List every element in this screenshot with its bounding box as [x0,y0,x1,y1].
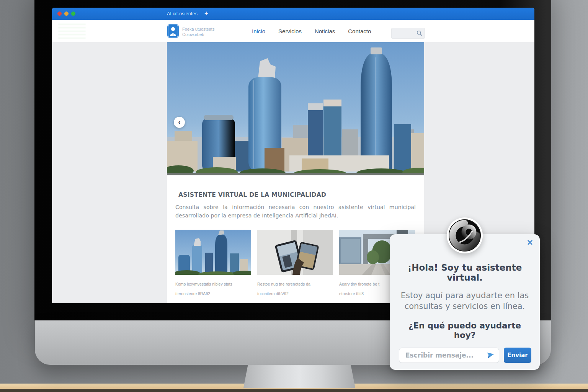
nav-item-contacto[interactable]: Contacto [348,28,371,34]
assistant-logo [447,217,483,253]
card-caption: Komp lexymvestatis nibiey stats tteronst… [175,279,251,298]
monitor-stand [243,365,355,388]
card-tablets-image [257,230,333,275]
nav-item-inicio[interactable]: Inicio [252,28,265,34]
card-city[interactable]: Komp lexymvestatis nibiey stats tteronst… [175,230,251,298]
desk-edge [0,389,588,392]
site-logo-line2: Coiow.irbeb [182,32,204,37]
assistant-section: ASISTENTE VIRTUAL DE LA MUNICIPALIDAD Co… [167,191,424,299]
traffic-lights [57,11,75,16]
search-icon [416,30,422,36]
chat-input-row: Enviar [399,348,531,363]
header-ghost-artifact [58,24,86,39]
card-caption-line1: Restoe nug tne rerenoteds da [257,282,310,286]
chat-widget: × ¡Hola! Soy tu asistente virtual. Estoy… [390,234,540,370]
card-row: Komp lexymvestatis nibiey stats tteronst… [175,230,416,298]
carousel-prev-button[interactable]: ‹ [174,117,185,128]
minimize-window-button[interactable] [64,11,69,16]
assistant-question: ¿En qué puedo ayudarte hoy? [397,321,533,340]
close-icon[interactable]: × [527,237,533,247]
card-caption: Restoe nug tne rerenoteds da toccnitern … [257,279,333,298]
assistant-greeting: ¡Hola! Soy tu asistente virtual. [397,263,533,283]
search-input[interactable] [393,29,417,38]
card-caption-line1: Komp lexymvestatis nibiey stats [175,282,232,286]
nav-item-noticias[interactable]: Noticias [315,28,335,34]
chevron-left-icon: ‹ [178,118,181,126]
municipality-logo-icon [167,24,179,39]
card-caption-line2: etrostore tftit3 [339,291,364,296]
nav-item-servicios[interactable]: Servicios [278,28,302,34]
zoom-window-button[interactable] [71,11,75,16]
assistant-message: Estoy aquí para ayudarte en las consulta… [397,290,533,312]
hero-carousel: ‹ [167,42,424,175]
content-column: ‹ ASISTENTE VIRTUAL DE LA MUNICIPALIDAD … [167,42,424,303]
send-button[interactable]: Enviar [504,348,531,363]
main-navigation: Inicio Servicios Noticias Contacto [252,20,371,42]
card-caption-line2: tteronsteore 8RA92 [175,291,210,296]
chat-messages: ¡Hola! Soy tu asistente virtual. Estoy a… [397,263,533,340]
search-box[interactable] [391,28,425,39]
card-caption-line1: Aeary tiny tironete be t [339,282,379,286]
chat-message-input[interactable] [399,348,499,363]
card-city-image [175,230,251,275]
site-logo[interactable]: Foeka utuosteats Coiow.irbeb [167,24,214,39]
card-caption-line2: toccnitern dthV92 [257,291,289,296]
card-tablets[interactable]: Restoe nug tne rerenoteds da toccnitern … [257,230,333,298]
section-body: Consulta sobre la información necesaria … [175,203,416,220]
section-heading: ASISTENTE VIRTUAL DE LA MUNICIPALIDAD [175,191,416,198]
site-logo-text: Foeka utuosteats Coiow.irbeb [182,26,214,37]
site-header: Foeka utuosteats Coiow.irbeb Inicio Serv… [52,20,534,42]
new-tab-button[interactable]: + [204,8,208,20]
jhedai-swirl-icon [449,219,481,252]
close-window-button[interactable] [57,11,62,16]
hero-image-city-skyline [167,42,424,175]
site-logo-line1: Foeka utuosteats [182,27,214,31]
paper-plane-icon[interactable] [487,351,495,359]
browser-tab-bar[interactable]: Al cit.osientes + [52,8,534,20]
browser-tab-title[interactable]: Al cit.osientes [167,8,198,20]
